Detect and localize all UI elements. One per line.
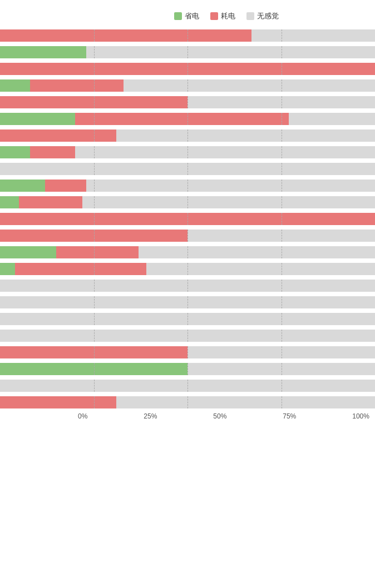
bar-row: iPhone 8 Plus — [0, 295, 375, 310]
bar-track — [0, 396, 375, 408]
bar-row: iPhone 13 Pro — [0, 178, 375, 193]
legend-item: 耗电 — [210, 11, 235, 21]
bar-track — [0, 213, 375, 225]
gridline — [187, 79, 188, 92]
bar-row: iPhone 11 — [0, 28, 375, 43]
bar-segment-red — [0, 129, 116, 142]
bar-row: iPhone 14 — [0, 211, 375, 227]
bar-row: iPhone X — [0, 345, 375, 360]
gridline — [282, 246, 282, 258]
bar-row: iPhone 12 ProMax — [0, 128, 375, 143]
bar-row: iPhone 12 — [0, 78, 375, 93]
bar-row: iPhone 8 — [0, 278, 375, 293]
bar-row: iPhone 13 ProMax — [0, 195, 375, 210]
gridline — [187, 96, 188, 108]
gridline — [187, 180, 188, 192]
bar-track — [0, 196, 375, 208]
bar-row: iPhone 11 ProMax — [0, 61, 375, 77]
bar-row: iPhone 13 — [0, 144, 375, 160]
bar-row: iPhone SE 第2代 — [0, 311, 375, 327]
bar-track — [0, 330, 375, 342]
bar-track — [0, 263, 375, 275]
gridline — [282, 129, 282, 142]
legend-item: 无感觉 — [246, 11, 279, 21]
x-axis: 0%25%50%75%100% — [78, 412, 369, 420]
bar-track — [0, 129, 375, 142]
bar-segment-red — [0, 63, 375, 75]
bar-track — [0, 296, 375, 308]
gridline — [94, 46, 95, 58]
bar-track — [0, 96, 375, 108]
bar-track — [0, 79, 375, 92]
bar-segment-green — [0, 263, 15, 275]
bar-segment-green — [0, 363, 187, 375]
gridline — [187, 246, 188, 258]
bar-segment-red — [75, 113, 289, 125]
bar-segment-red — [15, 263, 146, 275]
gridline — [94, 146, 95, 158]
x-axis-label: 50% — [213, 412, 226, 420]
gridline — [94, 380, 95, 392]
bar-segment-green — [0, 196, 19, 208]
bar-track — [0, 313, 375, 325]
bar-row: iPhone XS — [0, 378, 375, 393]
gridline — [187, 346, 188, 358]
legend-label: 无感觉 — [257, 11, 279, 21]
bar-track — [0, 246, 375, 258]
gridline — [187, 380, 188, 392]
bar-track — [0, 163, 375, 175]
gridline — [94, 163, 95, 175]
gridline — [94, 180, 95, 192]
gridline — [282, 230, 282, 242]
gridline — [282, 296, 282, 308]
bar-row: iPhone 13 mini — [0, 161, 375, 177]
legend-label: 耗电 — [221, 11, 235, 21]
legend-color-swatch — [174, 12, 182, 20]
bar-track — [0, 180, 375, 192]
gridline — [282, 330, 282, 342]
bar-track — [0, 380, 375, 392]
bar-track — [0, 29, 375, 42]
gridline — [187, 146, 188, 158]
gridline — [187, 46, 188, 58]
bar-row: iPhone 14 Plus — [0, 228, 375, 243]
bar-row: iPhone 12 mini — [0, 94, 375, 110]
bar-segment-green — [0, 46, 86, 58]
gridline — [282, 96, 282, 108]
gridline — [282, 180, 282, 192]
bar-segment-red — [30, 146, 75, 158]
chart-container: 省电耗电无感觉 iPhone 11iPhone 11 ProiPhone 11 … — [0, 6, 375, 437]
gridline — [187, 296, 188, 308]
x-axis-label: 25% — [144, 412, 157, 420]
gridline — [282, 263, 282, 275]
bar-row: iPhone 12 Pro — [0, 111, 375, 127]
gridline — [282, 280, 282, 292]
gridline — [94, 296, 95, 308]
gridline — [94, 280, 95, 292]
bar-segment-red — [0, 230, 187, 242]
bar-segment-green — [0, 180, 45, 192]
legend-item: 省电 — [174, 11, 199, 21]
legend-label: 省电 — [185, 11, 199, 21]
legend-color-swatch — [210, 12, 218, 20]
bar-row: iPhone XR — [0, 361, 375, 377]
legend: 省电耗电无感觉 — [78, 11, 375, 21]
gridline — [187, 363, 188, 375]
gridline — [282, 380, 282, 392]
gridline — [282, 196, 282, 208]
gridline — [187, 163, 188, 175]
bar-row: iPhone 11 Pro — [0, 44, 375, 60]
gridline — [187, 330, 188, 342]
gridline — [282, 163, 282, 175]
bar-segment-red — [0, 29, 251, 42]
gridline — [282, 146, 282, 158]
bar-segment-red — [56, 246, 139, 258]
gridline — [187, 196, 188, 208]
gridline — [282, 46, 282, 58]
bar-track — [0, 46, 375, 58]
gridline — [94, 313, 95, 325]
gridline — [282, 396, 282, 408]
gridline — [187, 129, 188, 142]
gridline — [282, 346, 282, 358]
gridline — [187, 396, 188, 408]
